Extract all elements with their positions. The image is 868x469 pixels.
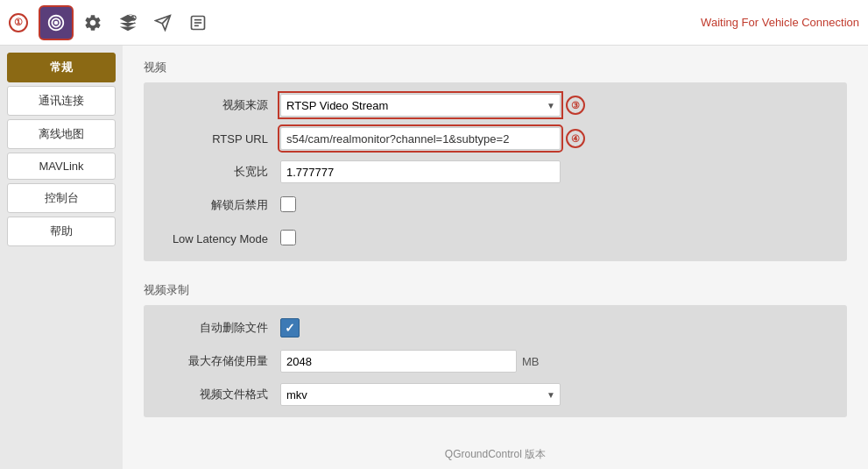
unlock-disable-label: 解锁后禁用	[158, 197, 280, 213]
send-icon[interactable]	[147, 7, 179, 39]
rtsp-url-row: RTSP URL ④	[158, 126, 833, 151]
aspect-ratio-label: 长宽比	[158, 164, 280, 180]
sidebar: ② 常规 通讯连接 离线地图 MAVLink 控制台 帮助	[0, 46, 123, 469]
recording-section-title: 视频录制	[144, 282, 847, 298]
annotation-4: ④	[566, 129, 585, 148]
video-source-control: RTSP Video Stream USB Camera Disabled ▼ …	[280, 94, 561, 117]
footer: QGroundControl 版本	[144, 438, 847, 465]
storage-unit-label: MB	[522, 355, 540, 368]
rtsp-url-control: ④	[280, 127, 561, 150]
max-storage-row: 最大存储使用量 MB	[158, 349, 833, 373]
video-format-select-wrapper: mkv mp4 avi ▼	[280, 383, 561, 406]
video-format-select[interactable]: mkv mp4 avi	[280, 383, 561, 406]
log-icon[interactable]	[182, 7, 214, 39]
toolbar-left	[39, 5, 214, 40]
aspect-ratio-row: 长宽比	[158, 160, 833, 184]
max-storage-label: 最大存储使用量	[158, 353, 280, 369]
video-section: 视频 视频来源 RTSP Video Stream USB Camera Dis…	[144, 60, 847, 261]
main-layout: ② 常规 通讯连接 离线地图 MAVLink 控制台 帮助 视频 视频来源 RT…	[0, 46, 868, 469]
low-latency-label: Low Latency Mode	[158, 232, 280, 245]
video-section-body: 视频来源 RTSP Video Stream USB Camera Disabl…	[144, 82, 847, 261]
annotation-1: ①	[9, 13, 28, 32]
video-section-title: 视频	[144, 60, 847, 75]
rtsp-url-label: RTSP URL	[158, 132, 280, 146]
max-storage-control: MB	[280, 350, 561, 373]
video-format-row: 视频文件格式 mkv mp4 avi ▼	[158, 382, 833, 407]
auto-delete-checkbox[interactable]: ✓	[280, 318, 300, 338]
video-source-select[interactable]: RTSP Video Stream USB Camera Disabled	[280, 94, 561, 117]
video-source-row: 视频来源 RTSP Video Stream USB Camera Disabl…	[158, 93, 833, 117]
sidebar-item-help[interactable]: 帮助	[7, 217, 116, 246]
settings-icon[interactable]	[77, 7, 109, 39]
recording-section: 视频录制 自动删除文件 ✓ 最大存储使用量 MB	[144, 282, 847, 417]
svg-point-0	[54, 20, 59, 25]
aspect-ratio-input[interactable]	[280, 160, 561, 183]
video-format-label: 视频文件格式	[158, 387, 280, 402]
video-nav-icon[interactable]	[39, 5, 74, 40]
low-latency-control	[280, 230, 561, 248]
connection-status: Waiting For Vehicle Connection	[701, 16, 859, 29]
annotation-3: ③	[566, 96, 585, 115]
low-latency-row: Low Latency Mode	[158, 226, 833, 251]
video-source-label: 视频来源	[158, 97, 280, 113]
auto-delete-row: 自动删除文件 ✓	[158, 316, 833, 340]
vehicle-icon[interactable]	[112, 7, 144, 39]
video-source-select-wrapper: RTSP Video Stream USB Camera Disabled ▼	[280, 94, 561, 117]
recording-section-body: 自动删除文件 ✓ 最大存储使用量 MB 视频文件格式	[144, 305, 847, 417]
sidebar-item-console[interactable]: 控制台	[7, 183, 116, 213]
video-format-control: mkv mp4 avi ▼	[280, 383, 561, 406]
sidebar-item-general[interactable]: 常规	[7, 53, 116, 82]
content-area: 视频 视频来源 RTSP Video Stream USB Camera Dis…	[123, 46, 868, 469]
aspect-ratio-control	[280, 160, 561, 183]
auto-delete-control: ✓	[280, 318, 561, 338]
rtsp-url-input[interactable]	[280, 127, 561, 150]
max-storage-input[interactable]	[280, 350, 517, 373]
footer-text: QGroundControl 版本	[445, 448, 546, 460]
unlock-disable-row: 解锁后禁用	[158, 193, 833, 217]
sidebar-item-comm[interactable]: 通讯连接	[7, 86, 116, 116]
unlock-disable-control	[280, 196, 561, 215]
sidebar-item-offline-map[interactable]: 离线地图	[7, 119, 116, 149]
sidebar-item-mavlink[interactable]: MAVLink	[7, 153, 116, 180]
unlock-disable-checkbox[interactable]	[280, 196, 296, 212]
toolbar: ①	[0, 0, 868, 46]
low-latency-checkbox[interactable]	[280, 230, 296, 245]
auto-delete-label: 自动删除文件	[158, 320, 280, 336]
